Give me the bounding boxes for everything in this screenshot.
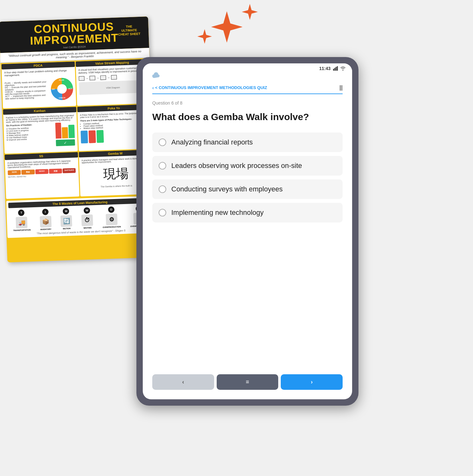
fives-section: 5S A workplace organization methodology … [5,152,79,199]
answer-text-b: Leaders observing work processes on-site [171,162,302,170]
pdca-circle: PLAN CHECK DO ACT [50,77,73,100]
quiz-back-button[interactable]: ‹ < CONTINUOUS IMPROVEMENT METHODOLOGIES… [152,85,267,90]
question-counter: Question 6 of 8 [152,100,343,106]
svg-rect-3 [337,66,338,71]
quiz-header: ‹ < CONTINUOUS IMPROVEMENT METHODOLOGIES… [152,81,343,94]
answer-radio-c[interactable] [159,185,166,193]
answer-option-d[interactable]: Implementing new technology [152,203,343,222]
svg-rect-2 [336,67,337,71]
waste-overproduction: O ⚙ OVERPRODUCTION [102,206,121,228]
answer-option-a[interactable]: Analyzing financial reports [152,132,343,152]
answer-option-c[interactable]: Conducting surveys with employees [152,179,343,199]
wastes-section: The 8 Wastes of Lean Manufacturing T 🚚 T… [6,196,155,238]
cloud-icon-area [143,72,352,81]
kanban-section: Kanban Kanban is a scheduling system for… [3,107,78,154]
wifi-icon [340,66,346,71]
cloud-icon [152,72,161,79]
infographic-subtitle: THE ULTIMATE CHEAT SHEET [118,24,141,36]
next-button[interactable]: › [281,374,343,390]
status-icons [333,66,346,71]
pdca-description: A four-step model for Lean problem-solvi… [4,69,72,77]
sparkle-main-icon [209,10,244,44]
kanban-description: Kanban is a scheduling system for lean m… [6,114,74,123]
infographic-grid: PDCA A four-step model for Lean problem-… [0,58,154,200]
answer-radio-a[interactable] [159,138,166,146]
waste-inventory: I 📦 INVENTORY [39,209,51,230]
status-time: 11:43 [319,66,331,71]
pdca-title: PDCA [2,61,75,69]
fives-seiso: SEISO [35,169,49,174]
prev-button[interactable]: ‹ [152,374,214,390]
fives-seiketsu: 清潔 [49,169,62,174]
sparkle-small-left-icon [197,29,213,44]
fives-shitsuke: SHITSUKE [62,168,76,173]
quiz-navigation: ‹ ≡ › [143,368,352,399]
infographic-header: CONTINUOUS IMPROVEMENT THE ULTIMATE CHEA… [0,16,149,53]
question-text: What does a Gemba Walk involve? [152,111,343,123]
answer-text-a: Analyzing financial reports [171,138,253,146]
waste-motion: M 🔄 MOTION [60,208,72,230]
fives-seiri: SEIRI [8,170,21,175]
answer-radio-d[interactable] [159,209,166,216]
infographic-panel: CONTINUOUS IMPROVEMENT THE ULTIMATE CHEA… [0,16,156,262]
wastes-items: T 🚚 TRANSPORTATION I 📦 INVENTORY M 🔄 MOT… [9,205,153,232]
sparkle-small-right-icon [241,3,259,21]
signal-icon [333,66,339,71]
answer-option-b[interactable]: Leaders observing work processes on-site [152,156,343,176]
waste-waiting: W ⏱ WAITING [81,207,93,229]
answer-text-d: Implementing new technology [171,209,264,217]
svg-rect-1 [334,68,335,71]
answer-text-c: Conducting surveys with employees [171,185,283,193]
fives-seiton: 整頓 [22,170,35,175]
answer-radio-b[interactable] [159,162,166,170]
sparkle-decoration [197,3,260,54]
quiz-pause-button[interactable]: || [339,84,343,91]
infographic-title: CONTINUOUS IMPROVEMENT [30,20,119,47]
tablet-screen: 11:43 [143,63,352,399]
status-bar: 11:43 [143,63,352,72]
pdca-section: PDCA A four-step model for Lean problem-… [2,61,76,108]
quiz-content: ‹ < CONTINUOUS IMPROVEMENT METHODOLOGIES… [143,81,352,368]
menu-button[interactable]: ≡ [217,374,279,390]
waste-transportation: T 🚚 TRANSPORTATION [13,209,31,231]
tablet-device: 11:43 [136,57,358,406]
fives-description: A workplace organization methodology tha… [7,159,76,168]
quiz-title: < CONTINUOUS IMPROVEMENT METHODOLOGIES Q… [155,85,267,90]
svg-rect-0 [333,69,334,71]
